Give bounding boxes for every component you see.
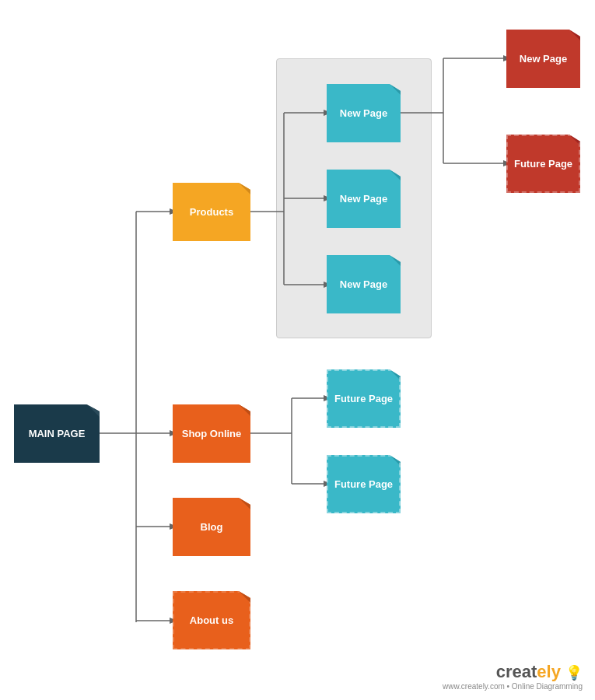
brand-ly: ely xyxy=(537,662,561,681)
brand-logo: creately 💡 xyxy=(443,662,583,682)
about-us-node: About us xyxy=(173,591,250,649)
new-page-3-node: New Page xyxy=(327,255,401,313)
new-page-2-node: New Page xyxy=(327,170,401,228)
brand-create: creat xyxy=(496,662,537,681)
future-page-r-node: Future Page xyxy=(506,135,580,193)
diagram: MAIN PAGE Products Shop Online Blog Abou… xyxy=(0,0,595,700)
main-page-node: MAIN PAGE xyxy=(14,404,100,463)
future-page-1-node: Future Page xyxy=(327,369,401,428)
future-page-2-node: Future Page xyxy=(327,455,401,513)
watermark: creately 💡 www.creately.com • Online Dia… xyxy=(443,662,583,691)
new-page-r1-node: New Page xyxy=(506,30,580,88)
shop-online-node: Shop Online xyxy=(173,404,250,463)
new-page-1-node: New Page xyxy=(327,84,401,142)
blog-node: Blog xyxy=(173,498,250,556)
brand-sub: www.creately.com • Online Diagramming xyxy=(443,682,583,691)
products-node: Products xyxy=(173,183,250,241)
